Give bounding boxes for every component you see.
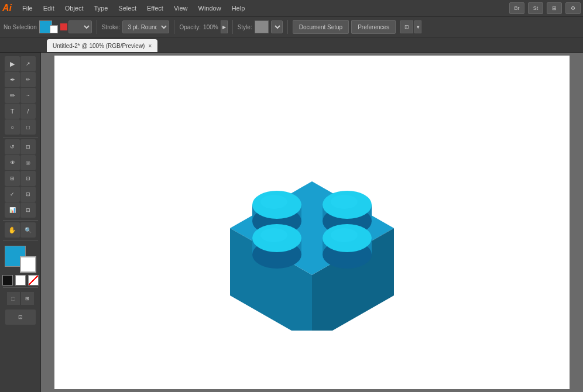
normal-mode-icon[interactable]: ⬚ — [7, 292, 20, 305]
menu-type[interactable]: Type — [90, 4, 113, 13]
document-setup-button[interactable]: Document Setup — [293, 20, 349, 34]
type-tool[interactable]: T — [5, 104, 20, 119]
stroke-arrow-icon[interactable] — [60, 23, 67, 30]
selection-label: No Selection — [4, 24, 37, 30]
arrange-icon[interactable]: ⊡ — [400, 20, 413, 33]
toolbox: ▶ ↗ ✒ ✏ ✏ ~ T / ○ □ ↺ ⊡ 👁 ◎ ⊞ ⊡ — [0, 53, 41, 392]
color-swatches — [5, 246, 36, 273]
tool-row-3: ✏ ~ — [5, 88, 36, 103]
separator-3 — [232, 20, 233, 34]
ellipse-tool[interactable]: ○ — [5, 119, 20, 135]
bridge-icon[interactable]: Br — [509, 2, 524, 14]
color-controls — [2, 275, 39, 286]
tool-row-10: 📊 ⊡ — [5, 202, 36, 218]
opacity-arrow[interactable]: ▶ — [221, 20, 228, 33]
paint-bucket-tool[interactable]: ⊡ — [20, 187, 36, 202]
menu-file[interactable]: File — [18, 4, 37, 13]
eyedropper-tool[interactable]: ✓ — [5, 187, 20, 202]
tool-row-1: ▶ ↗ — [5, 56, 36, 71]
tool-separator-4 — [3, 287, 38, 288]
svg-point-11 — [260, 228, 287, 242]
stock-icon[interactable]: St — [528, 2, 543, 14]
svg-point-8 — [331, 195, 358, 209]
tool-separator-1 — [3, 137, 38, 137]
full-screen-mode-icon[interactable]: ⊞ — [21, 292, 34, 305]
view-mode-icons: ⬚ ⊞ — [7, 292, 34, 305]
tool-row-11: ✋ 🔍 — [5, 222, 36, 238]
separator-4 — [287, 20, 288, 34]
menu-view[interactable]: View — [169, 4, 193, 13]
zoom-tool[interactable]: 🔍 — [20, 222, 36, 238]
dropdown-arrow[interactable]: ▼ — [414, 20, 421, 33]
stroke-dropdown[interactable] — [68, 20, 92, 33]
menu-object[interactable]: Object — [60, 4, 88, 13]
tool-row-6: ↺ ⊡ — [5, 139, 36, 154]
fill-color[interactable] — [39, 20, 58, 33]
style-select[interactable] — [271, 20, 283, 33]
artboard-tool[interactable]: ⊡ — [5, 310, 36, 325]
rect-tool[interactable]: □ — [20, 119, 36, 135]
separator-2 — [174, 20, 174, 34]
menu-icon-group: Br St ⊞ ⚙ — [509, 2, 581, 14]
tab-title: Untitled-2* @ 100% (RGB/Preview) — [53, 43, 145, 49]
menu-window[interactable]: Window — [194, 4, 226, 13]
pen-tool[interactable]: ✒ — [5, 72, 20, 87]
black-swatch[interactable] — [2, 275, 13, 286]
puppet-warp-tool[interactable]: ⊡ — [20, 171, 36, 186]
tool-row-4: T / — [5, 104, 36, 119]
menu-help[interactable]: Help — [227, 4, 250, 13]
tool-row-2: ✒ ✏ — [5, 72, 36, 87]
separator-1 — [97, 20, 97, 34]
line-tool[interactable]: / — [20, 104, 36, 119]
tab-close-button[interactable]: × — [148, 43, 152, 49]
width-tool[interactable]: ◎ — [20, 155, 36, 170]
white-swatch[interactable] — [15, 275, 26, 286]
canvas — [54, 56, 570, 389]
add-anchor-tool[interactable]: ✏ — [20, 72, 36, 87]
tool-row-9: ✓ ⊡ — [5, 187, 36, 202]
artboard-nav: ⊡ — [5, 310, 36, 325]
tool-row-8: ⊞ ⊡ — [5, 171, 36, 186]
stroke-arrows — [60, 20, 92, 33]
menu-select[interactable]: Select — [114, 4, 141, 13]
select-tool[interactable]: ▶ — [5, 56, 20, 71]
main-area: ▶ ↗ ✒ ✏ ✏ ~ T / ○ □ ↺ ⊡ 👁 ◎ ⊞ ⊡ — [0, 53, 583, 392]
smooth-tool[interactable]: ~ — [20, 88, 36, 103]
preferences-button[interactable]: Preferences — [351, 20, 396, 34]
tool-separator-2 — [3, 220, 38, 221]
graph-tool[interactable]: 📊 — [5, 202, 20, 218]
svg-point-5 — [260, 195, 287, 209]
settings-icon[interactable]: ⚙ — [565, 2, 581, 14]
app-logo: Ai — [2, 3, 12, 13]
style-label: Style: — [238, 24, 252, 30]
hand-tool[interactable]: ✋ — [5, 222, 20, 238]
stroke-label: Stroke: — [102, 24, 121, 30]
tool-row-5: ○ □ — [5, 119, 36, 135]
style-swatch[interactable] — [255, 20, 269, 33]
svg-point-14 — [331, 228, 358, 242]
rotate-tool[interactable]: ↺ — [5, 139, 20, 154]
canvas-area — [41, 53, 583, 392]
grid-icon[interactable]: ⊞ — [547, 2, 562, 14]
toolbar: No Selection Stroke: 3 pt. Round Opacity… — [0, 16, 583, 37]
document-tab[interactable]: Untitled-2* @ 100% (RGB/Preview) × — [47, 39, 157, 52]
tool-row-7: 👁 ◎ — [5, 155, 36, 170]
tool-separator-3 — [3, 240, 38, 240]
lego-brick-svg — [183, 114, 441, 331]
menu-effect[interactable]: Effect — [142, 4, 168, 13]
pencil-tool[interactable]: ✏ — [5, 88, 20, 103]
none-swatch[interactable] — [28, 275, 39, 286]
stroke-color-swatch[interactable] — [20, 256, 36, 273]
direct-select-tool[interactable]: ↗ — [20, 56, 36, 71]
menu-edit[interactable]: Edit — [39, 4, 59, 13]
tab-bar: Untitled-2* @ 100% (RGB/Preview) × — [0, 37, 583, 53]
opacity-label: Opacity: — [179, 24, 201, 30]
symbol-tool[interactable]: ⊡ — [20, 202, 36, 218]
opacity-value: 100% — [203, 24, 218, 30]
scale-tool[interactable]: ⊡ — [20, 139, 36, 154]
stroke-size-select[interactable]: 3 pt. Round — [122, 20, 169, 33]
warp-tool[interactable]: 👁 — [5, 155, 20, 170]
free-transform-tool[interactable]: ⊞ — [5, 171, 20, 186]
menu-bar: Ai File Edit Object Type Select Effect V… — [0, 0, 583, 16]
